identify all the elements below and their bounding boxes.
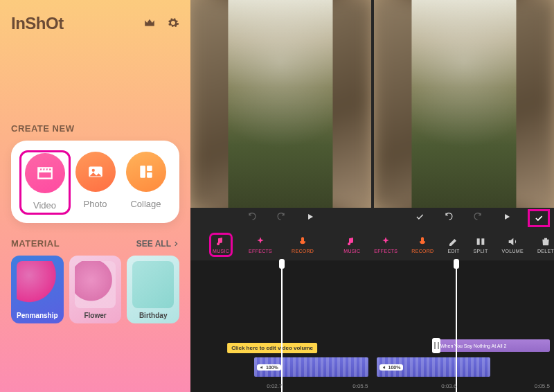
effects-tool[interactable]: EFFECTS <box>374 236 397 253</box>
playhead[interactable] <box>281 260 283 392</box>
create-new-label: CREATE NEW <box>11 123 179 134</box>
crown-icon[interactable] <box>143 17 156 32</box>
volume-tool[interactable]: VOLUME <box>502 236 524 253</box>
timeline-right[interactable]: When You Say Nothing At All 2 100% 0:03.… <box>373 260 555 392</box>
material-flower[interactable]: Flower <box>69 256 122 323</box>
svg-rect-3 <box>147 166 152 171</box>
svg-point-1 <box>91 169 94 172</box>
timestamp: 0:05.5 <box>535 383 550 389</box>
record-tool[interactable]: RECORD <box>411 236 434 253</box>
video-clip[interactable]: 100% <box>377 357 491 377</box>
see-all-link[interactable]: SEE ALL <box>136 239 179 249</box>
create-photo-label: Photo <box>84 199 107 209</box>
create-video-button[interactable]: Video <box>21 152 69 213</box>
music-tool[interactable]: MUSIC <box>213 236 229 253</box>
redo-icon[interactable] <box>473 212 483 224</box>
preview-right[interactable] <box>374 0 555 208</box>
svg-rect-6 <box>481 238 484 244</box>
timestamp: 0:05.5 <box>352 383 368 389</box>
record-tool[interactable]: RECORD <box>292 236 314 253</box>
control-bar <box>190 208 554 229</box>
material-penmanship[interactable]: Penmanship <box>11 256 64 323</box>
volume-badge: 100% <box>379 364 404 371</box>
timestamp: 0:02.7 <box>267 383 282 389</box>
material-label: MATERIAL <box>11 238 60 249</box>
play-icon[interactable] <box>305 212 315 224</box>
svg-rect-5 <box>477 238 480 244</box>
svg-rect-2 <box>140 166 145 177</box>
timeline-left[interactable]: Click here to edit video volume 100% 0:0… <box>190 260 373 392</box>
gear-icon[interactable] <box>167 17 179 32</box>
confirm-check-button[interactable] <box>528 209 550 227</box>
create-photo-button[interactable]: Photo <box>71 152 120 213</box>
split-tool[interactable]: SPLIT <box>474 236 488 253</box>
audio-clip[interactable]: When You Say Nothing At All 2 <box>438 339 550 352</box>
preview-left[interactable] <box>190 0 371 208</box>
timeline[interactable]: Click here to edit video volume 100% 0:0… <box>190 260 554 392</box>
edit-tool[interactable]: EDIT <box>447 236 459 253</box>
preview-row <box>190 0 554 208</box>
create-new-card: Video Photo Collage <box>11 141 179 223</box>
svg-rect-4 <box>147 172 152 178</box>
tool-bar: MUSIC EFFECTS RECORD MUSIC EFFECTS RECOR… <box>190 229 554 260</box>
material-birthday[interactable]: Birthday <box>127 256 179 323</box>
chevron-right-icon <box>172 240 179 247</box>
delete-tool[interactable]: DELET <box>537 236 554 253</box>
volume-hint[interactable]: Click here to edit video volume <box>227 343 317 353</box>
undo-icon[interactable] <box>444 212 454 224</box>
home-sidebar: InShOt CREATE NEW Video Photo Collage MA… <box>0 0 190 392</box>
editor-panel: MUSIC EFFECTS RECORD MUSIC EFFECTS RECOR… <box>190 0 554 392</box>
collage-icon <box>126 152 166 192</box>
undo-icon[interactable] <box>247 212 257 224</box>
music-tool[interactable]: MUSIC <box>343 236 360 253</box>
redo-icon[interactable] <box>276 212 286 224</box>
video-clip[interactable]: 100% <box>254 357 368 377</box>
clip-handle-icon[interactable] <box>432 338 440 353</box>
effects-tool[interactable]: EFFECTS <box>249 236 272 253</box>
material-row: Penmanship Flower Birthday <box>11 256 179 323</box>
create-collage-label: Collage <box>130 199 161 209</box>
timestamp: 0:03.6 <box>441 383 456 389</box>
material-header: MATERIAL SEE ALL <box>11 238 179 249</box>
play-icon[interactable] <box>502 212 512 224</box>
clapperboard-icon <box>25 153 65 193</box>
image-icon <box>75 152 116 192</box>
create-video-label: Video <box>33 200 56 211</box>
check-icon[interactable] <box>415 212 425 224</box>
playhead[interactable] <box>456 260 457 392</box>
create-collage-button[interactable]: Collage <box>122 152 170 213</box>
volume-badge: 100% <box>257 364 281 371</box>
